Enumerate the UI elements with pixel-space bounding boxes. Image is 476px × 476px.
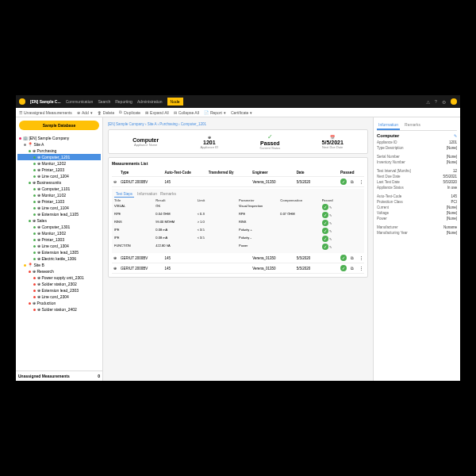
tree-view: 🏢 [EN] Sample Company📍 Site A⊕ Purchasin…	[16, 133, 102, 370]
test-step-row: RPE0.04 OHM< 0.3RPE0.07 OHM✓ ✎	[114, 211, 362, 219]
stat-due: 📅 5/5/2021 Next Due Date	[322, 135, 344, 149]
copy-icon[interactable]: ⧉	[349, 266, 355, 271]
nav-administration[interactable]: Administration	[137, 99, 163, 104]
content: [EN] Sample Company › Site A › Purchasin…	[103, 117, 460, 381]
tree-node[interactable]: ⊕ Solder station_2302	[17, 281, 101, 287]
tree-node[interactable]: ⊕ Sales	[17, 217, 101, 224]
test-step-row: IPE0.08 mA< 3.5Polarity +✓ ✎	[114, 227, 362, 235]
tree-node[interactable]: ⊕ Line cord_1304	[17, 243, 101, 249]
tree-node[interactable]: ⊕ Extension lead_1105	[17, 211, 101, 217]
tree-node[interactable]: 📍 Site A	[17, 141, 101, 148]
check-icon: ✓	[259, 133, 280, 140]
app-name: [EN] Sample C...	[30, 99, 61, 104]
copy-icon[interactable]: ⧉	[349, 179, 355, 185]
tree-node[interactable]: ⊕ Extension lead_2303	[17, 287, 101, 294]
tree-node[interactable]: ⊕ Computer_1201	[17, 154, 101, 160]
nav-search[interactable]: Search	[98, 99, 110, 104]
more-icon[interactable]: ⋮	[358, 266, 364, 271]
tree-node[interactable]: 📍 Site B	[17, 262, 101, 268]
info-field: Type Description[None]	[377, 145, 457, 151]
user-avatar[interactable]	[451, 98, 457, 105]
nav-node[interactable]: Node	[167, 98, 183, 106]
test-step-row: RINS99.00 MOHM> 1.0RINS✓ ✎	[114, 219, 362, 227]
tree-node[interactable]: ⊕ Electric kettle_1306	[17, 255, 101, 262]
database-button[interactable]: Sample Database	[19, 121, 99, 130]
info-field: Appliance ID1201	[377, 140, 457, 145]
stat-id: ⊕ 1201 Appliance ID	[201, 135, 219, 149]
help-icon[interactable]: ?	[435, 99, 437, 104]
report-button[interactable]: 📄 Report ▾	[204, 110, 226, 115]
info-field: Serial Number[None]	[377, 154, 457, 159]
tab-remarks[interactable]: Remarks	[403, 121, 422, 130]
test-step-row: IPE0.08 mA< 3.5Polarity -✓ ✎	[114, 235, 362, 243]
tree-node[interactable]: ⊕ Monitor_1302	[17, 230, 101, 236]
info-tabs: Information Remarks	[377, 121, 457, 131]
tree-node[interactable]: ⊕ Monitor_1202	[17, 160, 101, 167]
info-field: Test Interval [Months]12	[377, 168, 457, 174]
edit-icon[interactable]: ✎	[454, 133, 457, 138]
more-icon[interactable]: ⋮	[358, 255, 364, 260]
tree-node[interactable]: ⊕ Production	[17, 300, 101, 306]
measurements-header: Type Auto-Test-Code Transferred By Engin…	[112, 168, 364, 177]
tab-information[interactable]: Information	[377, 121, 400, 130]
measurement-row[interactable]: ⊕GER/UT 2000BV145Verena_013505/5/2020✓⧉⋮	[112, 263, 364, 274]
tree-node[interactable]: ⊕ Monitor_1102	[17, 192, 101, 198]
tree-node[interactable]: ⊕ Printer_1203	[17, 167, 101, 173]
expand-icon[interactable]: ⊕	[112, 266, 118, 271]
main: Sample Database 🏢 [EN] Sample Company📍 S…	[16, 117, 460, 381]
unassigned-button[interactable]: ☰ Unassigned Measurements	[19, 110, 72, 115]
copy-icon[interactable]: ⧉	[349, 255, 355, 261]
info-field: Protection ClassPCI	[377, 199, 457, 205]
nav-communication[interactable]: Communication	[66, 99, 94, 104]
add-button[interactable]: ⊕ Add ▾	[77, 110, 93, 115]
expand-button[interactable]: ⊞ Expand All	[145, 110, 169, 115]
measurement-row[interactable]: ⊕GER/UT 2000BV145Verena_013505/5/2020✓⧉⋮	[112, 253, 364, 263]
test-step-row: FUNCTION422.80 VAPower✓ ✎	[114, 243, 362, 251]
unassigned-count: 0	[98, 374, 100, 378]
certificate-button[interactable]: Certificate ▾	[231, 110, 253, 115]
more-icon[interactable]: ⋮	[358, 179, 364, 184]
tree-node[interactable]: ⊕ Printer_1303	[17, 236, 101, 243]
info-field: Last Test Date5/5/2020	[377, 179, 457, 185]
stat-status: ✓ Passed Current Status	[259, 133, 280, 150]
tree-node[interactable]: ⊕ Power supply unit_2301	[17, 274, 101, 281]
test-step-row: VISUALOKVisual Inspection✓ ✎	[114, 203, 362, 211]
tree-node[interactable]: ⊕ Solder station_2402	[17, 306, 101, 313]
tree-node[interactable]: ⊕ Research	[17, 268, 101, 274]
tree-node[interactable]: 🏢 [EN] Sample Company	[17, 135, 101, 141]
tree-node[interactable]: ⊕ Computer_1101	[17, 186, 101, 192]
tree-node[interactable]: ⊕ Computer_1301	[17, 224, 101, 230]
info-field: Current[None]	[377, 205, 457, 210]
info-field: Next Due Date5/5/2021	[377, 174, 457, 179]
tree-node[interactable]: ⊕ Line cord_1204	[17, 173, 101, 179]
tree-node[interactable]: ⊕ Line cord_1104	[17, 205, 101, 211]
topbar: [EN] Sample C... Communication Search Re…	[16, 95, 460, 108]
stat-name: Computer Appliance Name	[132, 137, 159, 147]
warning-icon[interactable]: ⚠	[426, 99, 430, 105]
info-field: Inventory Number[None]	[377, 159, 457, 165]
app-window: [EN] Sample C... Communication Search Re…	[16, 95, 460, 381]
delete-button[interactable]: 🗑 Delete	[98, 110, 114, 115]
tree-node[interactable]: ⊕ Printer_1103	[17, 198, 101, 205]
nav-reporting[interactable]: Reporting	[115, 99, 132, 104]
info-field: Voltage[None]	[377, 210, 457, 216]
info-panel: Information Remarks ✎ Computer Appliance…	[373, 117, 460, 381]
settings-icon[interactable]: ⚙	[442, 99, 446, 105]
tree-node[interactable]: ⊕ Extension lead_1305	[17, 249, 101, 255]
collapse-button[interactable]: ⊟ Collapse All	[174, 110, 199, 115]
tree-node[interactable]: ⊕ Businessunits	[17, 179, 101, 186]
tree-node[interactable]: ⊕ Purchasing	[17, 148, 101, 154]
expand-icon[interactable]: ⊖	[112, 179, 118, 184]
tree-node[interactable]: ⊕ Line cord_2304	[17, 294, 101, 300]
test-steps: Test StepsInformationRemarksTitleResultL…	[112, 189, 364, 253]
measurements-title: Measurements List	[112, 161, 364, 166]
breadcrumb[interactable]: [EN] Sample Company › Site A › Purchasin…	[108, 122, 368, 126]
expand-icon[interactable]: ⊕	[112, 255, 118, 260]
unassigned-footer[interactable]: Unassigned Measurements 0	[16, 370, 102, 381]
info-field: Auto-Test-Code145	[377, 194, 457, 199]
unassigned-label: Unassigned Measurements	[18, 374, 70, 378]
pass-icon: ✓	[340, 265, 347, 271]
duplicate-button[interactable]: ⧉ Duplicate	[119, 109, 140, 115]
pass-icon: ✓	[340, 178, 347, 185]
measurement-row[interactable]: ⊖GER/UT 2000BV145Verena_013505/5/2020✓⧉⋮	[112, 177, 364, 187]
